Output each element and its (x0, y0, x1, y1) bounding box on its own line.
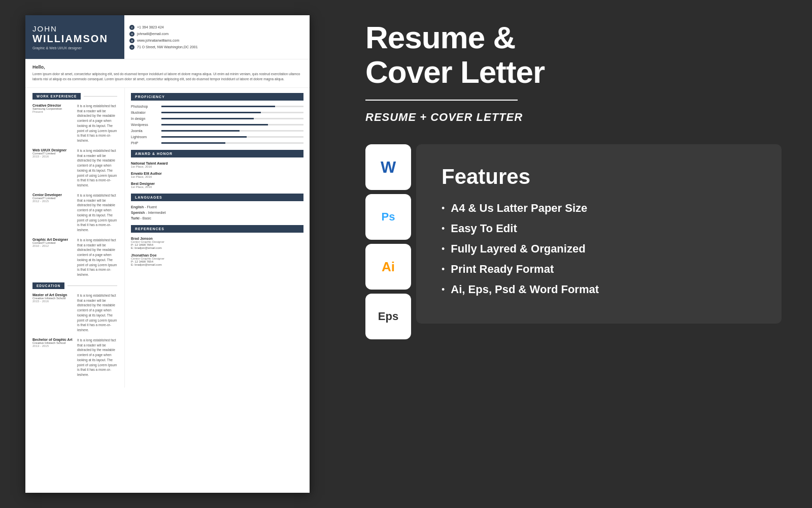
awards-title: AWARD & HONOR (131, 150, 303, 157)
education-title: EDUCATION (32, 282, 64, 289)
feature-bullet-icon: • (442, 224, 445, 234)
email-icon: ✉ (129, 31, 134, 37)
feature-item: • Fully Layred & Organized (442, 242, 756, 256)
proficiency-title: PROFICIENCY (131, 93, 303, 101)
references-list: Brad Jonson Cenior Graphic Designer P: 1… (131, 237, 303, 266)
edu-item-1: Master of Art Design Creative Infotech S… (32, 293, 117, 333)
title-divider (365, 100, 518, 101)
word-format-icon: W (365, 144, 411, 190)
proficiency-item: PHP (131, 141, 303, 145)
resume-document: JOHN WILLIAMSON Graphic & Web UI/UX desi… (25, 15, 310, 493)
proficiency-item: Joomla (131, 129, 303, 133)
reference-item: Jhonathan Doe Cenior Graphic Designer P:… (131, 253, 303, 266)
location-icon: ⊙ (129, 45, 134, 50)
feature-item: • Ai, Eps, Psd & Word Format (442, 283, 756, 296)
languages-title: LANGUAGES (131, 194, 303, 201)
contact-block: ✆ +1 394 3823 424 ✉ johnwill@email.com ⊕… (124, 15, 310, 59)
features-panel: Features • A4 & Us Latter Paper Size • E… (416, 144, 782, 324)
feature-bullet-icon: • (442, 244, 445, 255)
proficiency-item: Lightroom (131, 135, 303, 139)
edu-left-1: Master of Art Design Creative Infotech S… (32, 293, 73, 333)
main-title: Resume & Cover Letter (365, 20, 782, 89)
languages-list: English - FluentSpenish - IntermedietTur… (131, 205, 303, 220)
exp-right-2: It is a long established fact that a rea… (77, 148, 117, 188)
features-list: • A4 & Us Latter Paper Size • Easy To Ed… (442, 202, 756, 296)
last-name: WILLIAMSON (32, 33, 117, 44)
edu-left-2: Bechelor of Graphic Art Creative Infotec… (32, 338, 73, 377)
contact-email: ✉ johnwill@email.com (129, 31, 304, 37)
feature-item: • Easy To Edit (442, 222, 756, 235)
exp-right-3: It is a long established fact that a rea… (77, 193, 117, 233)
exp-item-3: Cenior Developer ComexIT Limited 2012 - … (32, 193, 117, 233)
feature-bullet-icon: • (442, 264, 445, 275)
exp-item-2: Web UI/UX Designer ComexIT Limited 2015 … (32, 148, 117, 188)
resume-right-col: PROFICIENCY Photoshop Illustrator In des… (124, 88, 310, 388)
feature-bullet-icon: • (442, 284, 445, 295)
contact-web: ⊕ www.johnatanwilliams.com (129, 38, 304, 43)
left-panel: JOHN WILLIAMSON Graphic & Web UI/UX desi… (0, 0, 335, 508)
work-divider-line (84, 96, 117, 97)
work-experience-title: WORK EXPERIENCE (32, 93, 81, 100)
award-item: Best Designer 1st Place, 2016 (131, 182, 303, 188)
first-name: JOHN (32, 24, 117, 33)
features-title: Features (442, 165, 756, 189)
reference-item: Brad Jonson Cenior Graphic Designer P: 1… (131, 237, 303, 249)
format-icons-col: W Ps Ai Eps (365, 144, 411, 339)
exp-left-2: Web UI/UX Designer ComexIT Limited 2015 … (32, 148, 73, 188)
exp-left-4: Graphic Art Designer ComexIT Limited 201… (32, 238, 73, 277)
proficiency-item: Illustrator (131, 111, 303, 114)
bio-text: Lorem ipsum dolor sit amet, consectetur … (32, 72, 302, 82)
proficiency-bars: Photoshop Illustrator In design Wordpres… (131, 105, 303, 145)
resume-header: JOHN WILLIAMSON Graphic & Web UI/UX desi… (25, 15, 310, 59)
references-title: REFERENCES (131, 225, 303, 233)
exp-right-1: It is a long established fact that a rea… (77, 104, 117, 143)
resume-body: WORK EXPERIENCE Creative Director Samsun… (25, 88, 310, 388)
language-item: English - Fluent (131, 205, 303, 209)
feature-item: • Print Ready Format (442, 263, 756, 276)
greeting-text: Hello, (32, 65, 302, 70)
education-header: EDUCATION (32, 282, 117, 289)
award-item: National Talent Award 1st Place, 2016 (131, 162, 303, 168)
ai-format-icon: Ai (365, 244, 411, 290)
subtitle: RESUME + COVER LETTER (365, 111, 782, 124)
hello-section: Hello, Lorem ipsum dolor sit amet, conse… (25, 59, 310, 88)
contact-address: ⊙ 71 O Street, NW Washington,DC 2001 (129, 45, 304, 50)
feature-bullet-icon: • (442, 203, 445, 214)
awards-section: AWARD & HONOR National Talent Award 1st … (131, 150, 303, 188)
language-item: Turki - Basic (131, 216, 303, 220)
phone-icon: ✆ (129, 25, 134, 30)
feature-item: • A4 & Us Latter Paper Size (442, 202, 756, 215)
award-item: Envato Elit Author 1st Place, 2016 (131, 172, 303, 178)
work-experience-section: WORK EXPERIENCE Creative Director Samsun… (32, 93, 117, 277)
education-section: EDUCATION Master of Art Design Creative … (32, 282, 117, 377)
exp-left-1: Creative Director Samsung Corporetion Pr… (32, 104, 73, 143)
job-title: Graphic & Web UI/UX designer (32, 46, 117, 50)
proficiency-section: PROFICIENCY Photoshop Illustrator In des… (131, 93, 303, 145)
resume-name-block: JOHN WILLIAMSON Graphic & Web UI/UX desi… (25, 15, 124, 59)
eps-format-icon: Eps (365, 294, 411, 339)
proficiency-item: Wordpress (131, 123, 303, 126)
exp-item-4: Graphic Art Designer ComexIT Limited 201… (32, 238, 117, 277)
edu-item-2: Bechelor of Graphic Art Creative Infotec… (32, 338, 117, 377)
resume-left-col: WORK EXPERIENCE Creative Director Samsun… (25, 88, 124, 388)
exp-right-4: It is a long established fact that a rea… (77, 238, 117, 277)
work-experience-header: WORK EXPERIENCE (32, 93, 117, 100)
features-area: W Ps Ai Eps Features • A4 & Us Latter Pa… (365, 144, 782, 488)
languages-section: LANGUAGES English - FluentSpenish - Inte… (131, 194, 303, 220)
language-item: Spenish - Intermediet (131, 211, 303, 214)
references-section: REFERENCES Brad Jonson Cenior Graphic De… (131, 225, 303, 266)
education-divider-line (67, 285, 117, 286)
web-icon: ⊕ (129, 38, 134, 43)
right-panel: Resume & Cover Letter RESUME + COVER LET… (335, 0, 812, 508)
exp-left-3: Cenior Developer ComexIT Limited 2012 - … (32, 193, 73, 233)
ps-format-icon: Ps (365, 194, 411, 240)
edu-right-2: It is a long established fact that a rea… (77, 338, 117, 377)
proficiency-item: In design (131, 117, 303, 120)
proficiency-item: Photoshop (131, 105, 303, 108)
awards-list: National Talent Award 1st Place, 2016 En… (131, 162, 303, 188)
edu-right-1: It is a long established fact that a rea… (77, 293, 117, 333)
exp-item-1: Creative Director Samsung Corporetion Pr… (32, 104, 117, 143)
contact-phone: ✆ +1 394 3823 424 (129, 25, 304, 30)
